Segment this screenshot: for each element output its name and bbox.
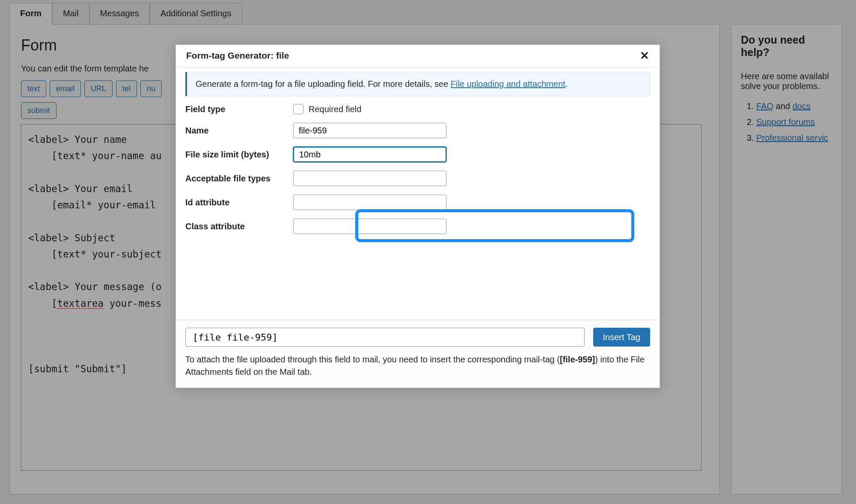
name-label: Name [185,126,293,136]
acceptable-file-types-label: Acceptable file types [185,173,293,184]
footer-note: To attach the file uploaded through this… [185,353,650,378]
generated-tag-input[interactable] [185,328,585,347]
insert-tag-button[interactable]: Insert Tag [593,328,650,347]
required-label: Required field [309,104,361,114]
file-size-limit-label: File size limit (bytes) [185,149,293,160]
tag-url[interactable]: URL [84,80,113,97]
tab-mail[interactable]: Mail [52,3,89,25]
tab-messages[interactable]: Messages [89,3,150,25]
field-type-label: Field type [185,104,293,114]
help-title: Do you need help? [741,34,832,59]
tag-text[interactable]: text [21,80,46,97]
tabs-bar: Form Mail Messages Additional Settings [0,0,856,24]
docs-link[interactable]: docs [793,101,811,111]
modal-title: Form-tag Generator: file [186,50,289,61]
help-sidebar: Do you need help? Here are some availabl… [731,24,842,495]
info-box: Generate a form-tag for a file uploading… [185,72,650,96]
professional-services-link[interactable]: Professional servic [756,133,828,142]
form-tag-generator-modal: Form-tag Generator: file ✕ Generate a fo… [175,44,660,388]
tab-additional-settings[interactable]: Additional Settings [150,3,242,25]
id-attribute-label: Id attribute [185,198,293,208]
help-intro: Here are some availabl solve your proble… [741,71,832,91]
help-item-pro: Professional servic [756,133,832,143]
id-attribute-input[interactable] [293,195,446,210]
file-size-limit-input[interactable] [293,147,446,162]
tag-tel[interactable]: tel [116,80,137,97]
help-item-forums: Support forums [756,117,832,127]
info-link[interactable]: File uploading and attachment [451,79,565,89]
close-icon[interactable]: ✕ [640,50,649,61]
class-attribute-input[interactable] [293,219,446,234]
acceptable-file-types-input[interactable] [293,171,446,186]
tag-number[interactable]: nu [140,80,162,97]
support-forums-link[interactable]: Support forums [756,117,815,127]
class-attribute-label: Class attribute [185,222,293,231]
required-checkbox[interactable] [293,104,303,114]
name-input[interactable] [293,123,446,138]
tab-form[interactable]: Form [9,3,52,25]
help-item-faq: FAQ and docs [756,101,832,111]
tag-submit[interactable]: submit [21,102,56,119]
tag-email[interactable]: email [50,80,81,97]
faq-link[interactable]: FAQ [756,101,773,111]
